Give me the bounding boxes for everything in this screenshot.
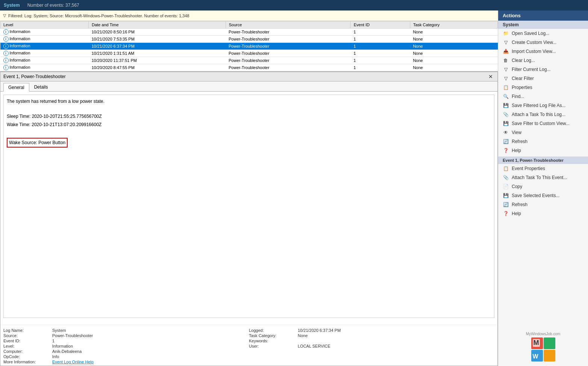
log-name-value: System (52, 328, 249, 333)
system-action-item[interactable]: 💾 Save Filter to Custom View... (498, 119, 588, 128)
cell-eventid: 1 (351, 64, 410, 71)
tab-details[interactable]: Details (29, 83, 53, 91)
table-row[interactable]: iInformation 10/21/2020 7:53:35 PM Power… (0, 36, 498, 43)
action-label: Refresh (512, 139, 528, 144)
filter-icon: ▽ (3, 13, 6, 18)
save-icon: 💾 (503, 193, 509, 199)
event-detail-panel: Event 1, Power-Troubleshooter ✕ General … (0, 72, 498, 366)
system-action-item[interactable]: 📥 Import Custom View... (498, 47, 588, 56)
cell-level: iInformation (0, 43, 89, 50)
tab-general[interactable]: General (3, 83, 29, 92)
cell-eventid: 1 (351, 43, 410, 50)
event-action-item[interactable]: 💾 Save Selected Events... (498, 191, 588, 200)
logged-label: Logged: (249, 328, 298, 333)
import-icon: 📥 (503, 48, 509, 54)
event-action-item[interactable]: 🔄 Refresh (498, 200, 588, 209)
m-letter: M (533, 339, 540, 347)
system-action-item[interactable]: ▽ Filter Current Log... (498, 65, 588, 74)
filter-create-icon: ▽ (503, 39, 509, 45)
cell-category: None (410, 29, 497, 36)
keywords-value (298, 339, 495, 343)
cell-category: None (410, 64, 497, 71)
event-meta: Log Name: System Logged: 10/21/2020 6:37… (0, 325, 497, 366)
source-value: Power-Troubleshooter (52, 333, 249, 338)
user-value: LOCAL SERVICE (298, 344, 495, 348)
event-action-item[interactable]: 📄 Copy (498, 182, 588, 191)
source-label: Source: (3, 333, 52, 338)
system-action-item[interactable]: 🔄 Refresh (498, 137, 588, 146)
cell-level: iInformation (0, 50, 89, 57)
table-row[interactable]: iInformation 10/20/2020 8:47:55 PM Power… (0, 64, 498, 71)
action-label: Properties (512, 85, 532, 90)
more-info-link[interactable]: Event Log Online Help (52, 360, 249, 364)
main-layout: ▽ Filtered: Log: System; Source: Microso… (0, 11, 588, 366)
table-row[interactable]: iInformation 10/20/2020 11:37:51 PM Powe… (0, 57, 498, 64)
w-letter: W (533, 353, 538, 360)
table-row[interactable]: iInformation 10/21/2020 8:50:16 PM Power… (0, 29, 498, 36)
event-table: Level Date and Time Source Event ID Task… (0, 21, 498, 71)
action-label: Import Custom View... (512, 49, 556, 54)
event-section-header: Event 1, Power-Troubleshooter (498, 157, 588, 164)
cell-datetime: 10/21/2020 8:50:16 PM (89, 29, 226, 36)
event-action-item[interactable]: 📎 Attach Task To This Event... (498, 173, 588, 182)
logged-value: 10/21/2020 6:37:34 PM (298, 328, 495, 333)
event-message-box: The system has returned from a low power… (3, 95, 494, 318)
cell-source: Power-Troubleshooter (225, 64, 351, 71)
col-source: Source (225, 21, 351, 29)
event-id-value: 1 (52, 339, 249, 343)
cell-eventid: 1 (351, 29, 410, 36)
system-action-item[interactable]: 👁 View (498, 128, 588, 137)
action-label: Event Properties (512, 166, 545, 171)
find-icon: 🔍 (503, 93, 509, 99)
cell-datetime: 10/20/2020 11:37:51 PM (89, 57, 226, 64)
info-level-icon: i (3, 58, 9, 63)
system-actions-list: 📁 Open Saved Log... ▽ Create Custom View… (498, 29, 588, 155)
event-action-item[interactable]: ❓ Help (498, 209, 588, 218)
clear-log-icon: 🗑 (503, 57, 509, 63)
action-label: View (512, 130, 521, 135)
event-id-label: Event ID: (3, 339, 52, 343)
system-action-item[interactable]: ❓ Help (498, 146, 588, 155)
system-action-item[interactable]: 📋 Properties (498, 83, 588, 92)
info-level-icon: i (3, 65, 9, 70)
computer-label: Computer: (3, 349, 52, 354)
keywords-label: Keywords: (249, 339, 298, 343)
win-logo-text: MyWindowsJob.com (526, 332, 561, 336)
table-row[interactable]: iInformation 10/21/2020 6:37:34 PM Power… (0, 43, 498, 50)
event-action-item[interactable]: 📋 Event Properties (498, 164, 588, 173)
event-detail-title: Event 1, Power-Troubleshooter (3, 74, 66, 79)
system-action-item[interactable]: ▽ Create Custom View... (498, 38, 588, 47)
action-label: Create Custom View... (512, 40, 556, 45)
log-name-label: Log Name: (3, 328, 52, 333)
col-level: Level (0, 21, 89, 29)
msg-line4: Wake Time: 2020-10-21T13:07:20.209916600… (7, 121, 491, 128)
system-action-item[interactable]: 🔍 Find... (498, 92, 588, 101)
cell-eventid: 1 (351, 57, 410, 64)
windows-logo: M W (531, 337, 555, 361)
system-action-item[interactable]: ▽ Clear Filter (498, 74, 588, 83)
win-logo-green (544, 337, 555, 349)
help-icon: ❓ (503, 211, 509, 217)
close-detail-button[interactable]: ✕ (487, 74, 494, 80)
system-action-item[interactable]: 🗑 Clear Log... (498, 56, 588, 65)
event-detail-header: Event 1, Power-Troubleshooter ✕ (0, 72, 497, 81)
computer-value: Anik-Debaleena (52, 349, 249, 354)
cell-datetime: 10/21/2020 1:31:51 AM (89, 50, 226, 57)
action-label: Open Saved Log... (512, 31, 549, 36)
filter-text: Filtered: Log: System; Source: Microsoft… (8, 14, 189, 18)
view-icon: 👁 (503, 130, 509, 136)
cell-datetime: 10/21/2020 6:37:34 PM (89, 43, 226, 50)
table-row[interactable]: iInformation 10/21/2020 1:31:51 AM Power… (0, 50, 498, 57)
event-content: The system has returned from a low power… (0, 92, 497, 325)
refresh-icon: 🔄 (503, 202, 509, 208)
event-tabs: General Details (0, 81, 497, 92)
opcode-value: Info (52, 354, 249, 359)
title-bar: System Number of events: 37,567 (0, 0, 588, 11)
system-action-item[interactable]: 💾 Save Filtered Log File As... (498, 101, 588, 110)
action-label: Save Filter to Custom View... (512, 121, 570, 126)
system-action-item[interactable]: 📁 Open Saved Log... (498, 29, 588, 38)
system-action-item[interactable]: 📎 Attach a Task To this Log... (498, 110, 588, 119)
task-category-value: None (298, 333, 495, 338)
cell-category: None (410, 57, 497, 64)
info-level-icon: i (3, 51, 9, 56)
